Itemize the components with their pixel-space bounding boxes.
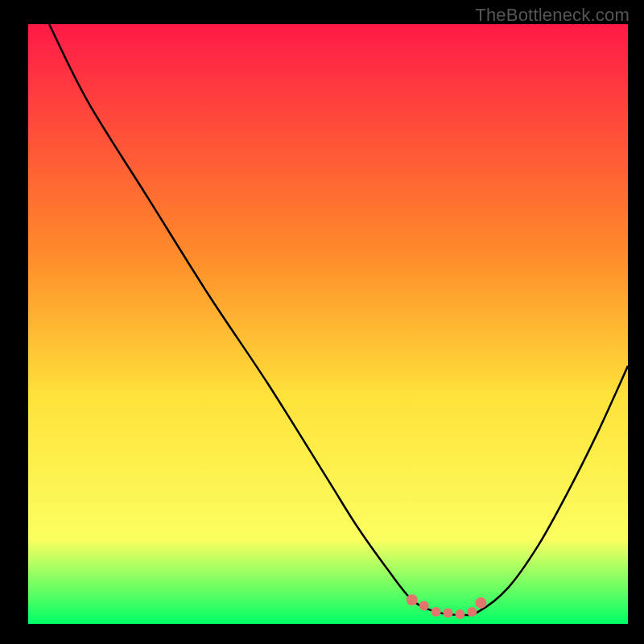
optimal-marker (467, 607, 477, 617)
gradient-background (28, 24, 628, 624)
optimal-marker (407, 594, 418, 605)
plot-area (28, 24, 628, 624)
optimal-marker (476, 597, 487, 609)
chart-svg (28, 24, 628, 624)
chart-container: TheBottleneck.com (0, 0, 644, 644)
optimal-marker (419, 601, 429, 611)
optimal-marker (455, 609, 464, 619)
optimal-marker (431, 607, 441, 617)
watermark-text: TheBottleneck.com (475, 5, 630, 26)
optimal-marker (444, 609, 453, 618)
